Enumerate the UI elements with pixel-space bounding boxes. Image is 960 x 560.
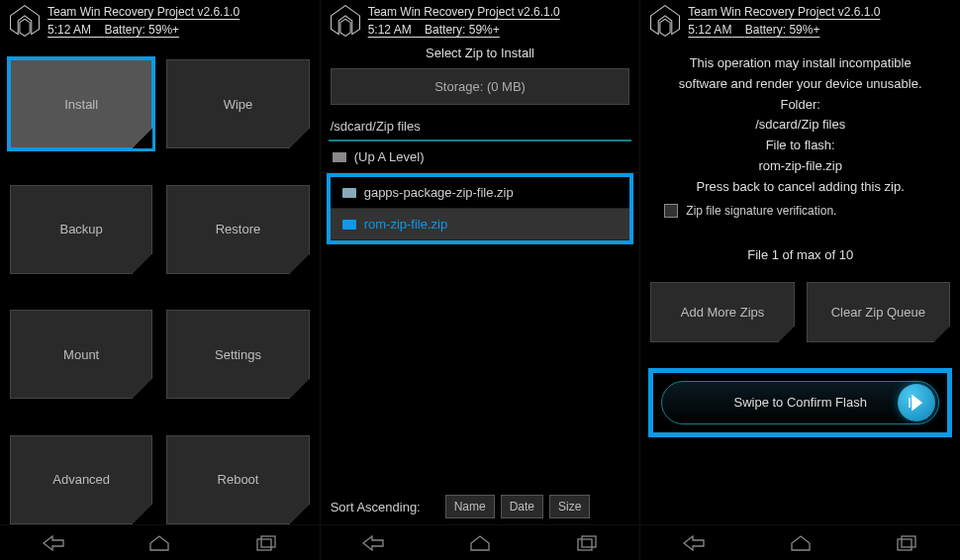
svg-rect-5 (902, 536, 915, 547)
warning-text: This operation may install incompatible … (640, 42, 960, 198)
twrp-logo (8, 4, 42, 38)
svg-rect-0 (257, 539, 271, 550)
install-button[interactable]: Install (10, 59, 152, 148)
backup-button[interactable]: Backup (10, 185, 152, 274)
sort-ascending-row: Sort Ascending: Name Date Size (331, 495, 630, 518)
header-meta: 5:12 AM Battery: 59%+ (368, 23, 560, 37)
advanced-button[interactable]: Advanced (10, 435, 152, 524)
navbar (0, 524, 320, 560)
recent-icon[interactable] (255, 534, 277, 552)
svg-rect-2 (578, 539, 592, 550)
home-icon[interactable] (148, 534, 170, 552)
swipe-confirm-slider[interactable]: Swipe to Confirm Flash (661, 381, 939, 424)
folder-icon (333, 152, 346, 162)
file-icon (342, 220, 356, 230)
back-icon[interactable] (362, 534, 384, 552)
current-path: /sdcard/Zip files (321, 113, 640, 140)
signature-check-row[interactable]: Zip file signature verification. (640, 198, 960, 218)
sort-asc-size-button[interactable]: Size (549, 495, 590, 518)
sort-asc-name-button[interactable]: Name (445, 495, 495, 518)
header-title: Team Win Recovery Project v2.6.1.0 (368, 5, 560, 19)
header-title: Team Win Recovery Project v2.6.1.0 (48, 5, 240, 19)
header-meta: 5:12 AM Battery: 59%+ (688, 23, 880, 37)
file-icon (342, 188, 356, 198)
file-row-gapps[interactable]: gapps-package-zip-file.zip (331, 177, 630, 209)
reboot-button[interactable]: Reboot (166, 435, 309, 524)
back-icon[interactable] (43, 534, 64, 552)
home-icon[interactable] (469, 534, 491, 552)
header: Team Win Recovery Project v2.6.1.0 5:12 … (640, 0, 960, 42)
svg-rect-3 (582, 536, 596, 547)
signature-checkbox[interactable] (664, 204, 678, 218)
header: Team Win Recovery Project v2.6.1.0 5:12 … (0, 0, 320, 42)
settings-button[interactable]: Settings (166, 310, 309, 399)
up-level-row[interactable]: (Up A Level) (321, 141, 640, 173)
file-count: File 1 of max of 10 (640, 218, 960, 282)
wipe-button[interactable]: Wipe (166, 59, 309, 148)
header: Team Win Recovery Project v2.6.1.0 5:12 … (321, 0, 640, 42)
svg-rect-1 (261, 536, 275, 547)
add-more-zips-button[interactable]: Add More Zips (650, 282, 794, 342)
svg-rect-4 (898, 539, 912, 550)
restore-button[interactable]: Restore (166, 185, 309, 274)
twrp-logo (648, 4, 682, 38)
install-subtitle: Select Zip to Install (321, 42, 640, 68)
header-title: Team Win Recovery Project v2.6.1.0 (688, 5, 880, 19)
home-icon[interactable] (790, 534, 812, 552)
file-row-rom[interactable]: rom-zip-file.zip (331, 209, 630, 240)
navbar (321, 524, 640, 560)
header-meta: 5:12 AM Battery: 59%+ (48, 23, 240, 37)
twrp-logo (329, 4, 362, 38)
storage-button[interactable]: Storage: (0 MB) (331, 68, 630, 105)
back-icon[interactable] (683, 534, 705, 552)
recent-icon[interactable] (576, 534, 598, 552)
mount-button[interactable]: Mount (10, 310, 152, 399)
sort-asc-date-button[interactable]: Date (501, 495, 543, 518)
clear-zip-queue-button[interactable]: Clear Zip Queue (807, 282, 950, 342)
navbar (640, 524, 960, 560)
swipe-knob-icon[interactable] (898, 384, 935, 421)
recent-icon[interactable] (896, 534, 917, 552)
